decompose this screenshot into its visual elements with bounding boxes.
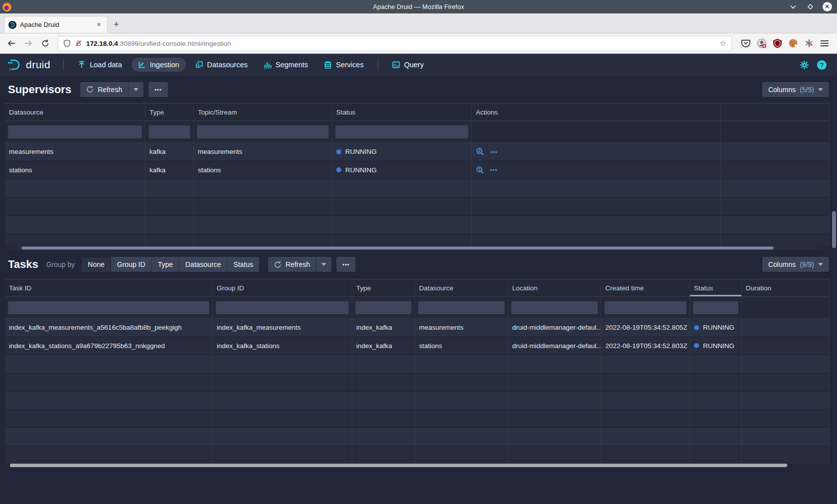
col-header-actions[interactable]: Actions bbox=[472, 104, 721, 121]
col-header-group-id[interactable]: Group ID bbox=[213, 279, 352, 296]
supervisors-hscroll-thumb[interactable] bbox=[21, 247, 774, 250]
group-by-none-button[interactable]: None bbox=[82, 257, 111, 272]
pocket-icon[interactable] bbox=[741, 38, 751, 48]
tasks-more-button[interactable]: ••• bbox=[336, 257, 356, 272]
filter-input-type[interactable] bbox=[355, 301, 412, 314]
nav-item-datasources[interactable]: Datasources bbox=[189, 58, 254, 72]
filter-input-type[interactable] bbox=[148, 125, 190, 138]
filter-input-status[interactable] bbox=[335, 125, 468, 138]
druid-logo-icon bbox=[7, 58, 22, 71]
caret-down-icon bbox=[818, 88, 823, 91]
inspect-magnifier-icon[interactable] bbox=[476, 166, 484, 174]
back-icon[interactable] bbox=[4, 36, 19, 51]
col-header-duration[interactable]: Duration bbox=[742, 279, 830, 296]
asterisk-extension-icon[interactable] bbox=[804, 38, 814, 48]
filter-input-task-id[interactable] bbox=[8, 301, 209, 314]
filter-input-location[interactable] bbox=[511, 301, 598, 314]
supervisors-vscroll-thumb[interactable] bbox=[832, 211, 836, 248]
bookmark-star-icon[interactable]: ☆ bbox=[720, 39, 726, 48]
cell-datasource: measurements bbox=[415, 319, 508, 337]
nav-item-label: Datasources bbox=[207, 61, 248, 69]
settings-gear-icon[interactable] bbox=[796, 57, 813, 73]
tab-bar: Apache Druid ✕ + bbox=[0, 13, 837, 33]
col-header-empty bbox=[721, 104, 830, 121]
supervisors-rows: measurements kafka measurements RUNNING … bbox=[5, 143, 830, 246]
reload-icon[interactable] bbox=[38, 36, 53, 51]
tracking-shield-icon[interactable] bbox=[63, 39, 71, 47]
col-header-datasource[interactable]: Datasource bbox=[415, 279, 508, 296]
col-header-task-id[interactable]: Task ID bbox=[5, 279, 213, 296]
nav-item-segments[interactable]: Segments bbox=[257, 58, 314, 72]
minimize-icon[interactable] bbox=[788, 2, 798, 12]
col-header-topic-stream[interactable]: Topic/Stream bbox=[194, 104, 332, 121]
group-by-group-id-button[interactable]: Group ID bbox=[111, 257, 152, 272]
inspect-magnifier-icon[interactable] bbox=[476, 147, 484, 156]
columns-count: (9/9) bbox=[800, 260, 814, 268]
supervisors-columns-button[interactable]: Columns (5/5) bbox=[762, 82, 829, 97]
browser-tab[interactable]: Apache Druid ✕ bbox=[4, 16, 108, 33]
tasks-columns-button[interactable]: Columns (9/9) bbox=[762, 257, 829, 272]
tasks-refresh-dropdown[interactable] bbox=[316, 257, 331, 272]
nav-item-load-data[interactable]: Load data bbox=[71, 58, 129, 72]
filter-input-group-id[interactable] bbox=[216, 301, 349, 314]
status-dot-icon bbox=[336, 149, 341, 154]
profile-extension-icon[interactable] bbox=[757, 38, 767, 48]
url-text[interactable]: 172.18.0.4:30899/unified-console.html#in… bbox=[86, 40, 716, 47]
col-header-datasource[interactable]: Datasource bbox=[5, 104, 145, 121]
cell-empty bbox=[721, 161, 830, 180]
nav-item-ingestion[interactable]: Ingestion bbox=[132, 58, 186, 72]
group-by-buttons: None Group ID Type Datasource Status bbox=[82, 257, 259, 272]
druid-brand[interactable]: druid bbox=[7, 58, 50, 71]
empty-row bbox=[5, 179, 830, 198]
url-host: 172.18.0.4 bbox=[86, 40, 118, 47]
tasks-hscroll-thumb[interactable] bbox=[10, 464, 787, 467]
forward-icon[interactable] bbox=[21, 36, 36, 51]
maximize-icon[interactable] bbox=[805, 2, 815, 12]
filter-input-datasource[interactable] bbox=[418, 301, 505, 314]
tasks-header: Tasks Group by None Group ID Type Dataso… bbox=[0, 250, 837, 279]
tasks-hscrollbar[interactable] bbox=[10, 464, 822, 468]
group-by-type-button[interactable]: Type bbox=[152, 257, 179, 272]
cell-type: kafka bbox=[145, 161, 194, 180]
row-actions-more-icon[interactable]: ••• bbox=[490, 167, 498, 173]
filter-input-datasource[interactable] bbox=[8, 125, 142, 138]
columns-count: (5/5) bbox=[800, 86, 814, 94]
nav-item-services[interactable]: Services bbox=[317, 58, 370, 72]
group-by-datasource-button[interactable]: Datasource bbox=[179, 257, 228, 272]
supervisors-more-button[interactable]: ••• bbox=[148, 82, 168, 97]
filter-input-status[interactable] bbox=[693, 301, 738, 314]
tasks-refresh-button[interactable]: Refresh bbox=[268, 257, 316, 272]
col-header-status[interactable]: Status bbox=[332, 104, 472, 121]
col-header-type[interactable]: Type bbox=[352, 279, 415, 296]
supervisor-row[interactable]: stations kafka stations RUNNING ••• bbox=[5, 161, 830, 180]
supervisors-refresh-button[interactable]: Refresh bbox=[80, 82, 128, 97]
task-row[interactable]: index_kafka_measurements_a5616c5ba8afb8b… bbox=[5, 319, 830, 337]
help-icon[interactable]: ? bbox=[816, 57, 829, 73]
insecure-lock-icon[interactable] bbox=[75, 39, 82, 47]
cookie-extension-icon[interactable] bbox=[788, 38, 798, 48]
hamburger-menu-icon[interactable] bbox=[820, 39, 829, 47]
supervisors-refresh-dropdown[interactable] bbox=[128, 82, 143, 97]
cell-created-time: 2022-08-19T05:34:52.803Z bbox=[601, 337, 690, 356]
supervisors-hscrollbar[interactable] bbox=[10, 246, 822, 250]
col-header-status-sorted[interactable]: Status bbox=[690, 279, 742, 296]
task-row[interactable]: index_kafka_stations_a9a679b22795b63_nnk… bbox=[5, 337, 830, 356]
ublock-origin-icon[interactable] bbox=[773, 38, 782, 48]
close-window-icon[interactable]: ✕ bbox=[822, 2, 832, 12]
supervisor-row[interactable]: measurements kafka measurements RUNNING … bbox=[5, 143, 830, 161]
group-by-status-button[interactable]: Status bbox=[228, 257, 260, 272]
status-dot-icon bbox=[694, 325, 699, 330]
tab-close-icon[interactable]: ✕ bbox=[95, 20, 103, 29]
cell-topic: measurements bbox=[194, 143, 332, 161]
col-header-location[interactable]: Location bbox=[508, 279, 601, 296]
tasks-table: Task ID Group ID Type Datasource Locatio… bbox=[5, 279, 830, 468]
nav-item-query[interactable]: Query bbox=[386, 58, 430, 72]
row-actions-more-icon[interactable]: ••• bbox=[490, 149, 498, 155]
col-header-created-time[interactable]: Created time bbox=[601, 279, 690, 296]
col-header-type[interactable]: Type bbox=[145, 104, 194, 121]
url-bar[interactable]: 172.18.0.4:30899/unified-console.html#in… bbox=[58, 36, 732, 51]
filter-input-topic-stream[interactable] bbox=[197, 125, 329, 138]
filter-input-created-time[interactable] bbox=[604, 301, 687, 314]
druid-navbar: druid Load data Ingestion Datasources Se… bbox=[0, 54, 837, 76]
new-tab-button[interactable]: + bbox=[108, 19, 125, 33]
